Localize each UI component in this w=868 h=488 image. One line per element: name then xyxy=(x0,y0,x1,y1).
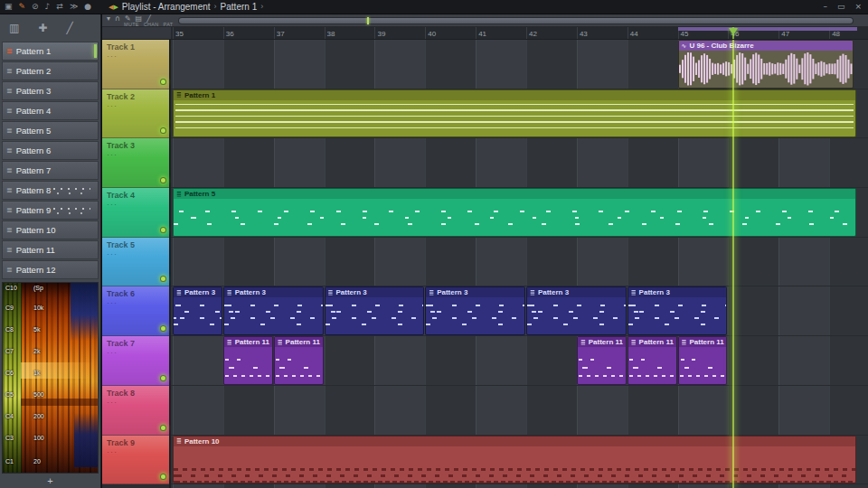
track-row[interactable] xyxy=(171,238,868,287)
clip-audio[interactable]: ∿U 96 - Club Bizarre xyxy=(678,40,854,89)
minimize-button[interactable]: – xyxy=(823,0,827,14)
clip-header[interactable]: ≣Pattern 11 xyxy=(679,337,727,347)
track-row[interactable]: ≣Pattern 1 xyxy=(171,89,868,139)
pattern-item[interactable]: ≣Pattern 12 xyxy=(2,260,99,279)
scrollbar-thumb[interactable] xyxy=(179,18,853,23)
pattern-item[interactable]: ≣Pattern 11 xyxy=(2,240,99,259)
track-row[interactable]: ≣Pattern 11≣Pattern 11≣Pattern 11≣Patter… xyxy=(171,336,868,386)
track-enable-led[interactable] xyxy=(160,375,166,381)
playlist-grid-icon[interactable]: ▥ xyxy=(9,22,19,34)
pattern-item[interactable]: ≣Pattern 8 xyxy=(2,181,99,200)
clip-header[interactable]: ≣Pattern 1 xyxy=(174,90,855,100)
close-button[interactable]: × xyxy=(854,0,862,14)
clip-pattern[interactable]: ≣Pattern 3 xyxy=(425,286,525,335)
pattern-item[interactable]: ≣Pattern 6 xyxy=(2,141,99,160)
clip-pattern[interactable]: ≣Pattern 3 xyxy=(627,286,728,335)
clip-pattern[interactable]: ≣Pattern 11 xyxy=(274,336,324,385)
menu-icon[interactable]: ▾ xyxy=(107,14,110,23)
add-button[interactable]: + xyxy=(0,474,100,487)
clip-pattern[interactable]: ≣Pattern 3 xyxy=(526,286,627,335)
track-enable-led[interactable] xyxy=(160,227,166,233)
track-row[interactable] xyxy=(171,138,868,188)
track-header[interactable]: Track 6··· xyxy=(102,286,169,336)
fast-forward-icon[interactable]: ≫ xyxy=(70,0,78,14)
track-header[interactable]: Track 4··· xyxy=(102,188,169,238)
clip-header[interactable]: ∿U 96 - Club Bizarre xyxy=(679,41,854,51)
pattern-item[interactable]: ≣Pattern 7 xyxy=(2,161,99,180)
pattern-item[interactable]: ≣Pattern 2 xyxy=(2,61,99,80)
pencil-icon[interactable]: ✎ xyxy=(19,0,26,14)
track-header[interactable]: Track 9··· xyxy=(102,436,169,485)
track-options-dots[interactable]: ··· xyxy=(107,447,118,456)
track-row[interactable]: ≣Pattern 5 xyxy=(171,188,868,238)
slide-tool-icon[interactable]: ╱ xyxy=(66,22,72,34)
no-entry-icon[interactable]: ⊘ xyxy=(32,0,39,14)
track-options-dots[interactable]: ··· xyxy=(107,348,118,357)
track-row[interactable]: ∿U 96 - Club Bizarre xyxy=(171,40,868,89)
clip-header[interactable]: ≣Pattern 11 xyxy=(224,337,272,347)
clip-header[interactable]: ≣Pattern 10 xyxy=(174,436,855,446)
track-row[interactable]: ≣Pattern 3≣Pattern 3≣Pattern 3≣Pattern 3… xyxy=(171,286,868,336)
clip-header[interactable]: ≣Pattern 11 xyxy=(275,337,323,347)
pattern-item[interactable]: ≣Pattern 5 xyxy=(2,121,99,140)
playlist-grid[interactable]: ∿U 96 - Club Bizarre≣Pattern 1≣Pattern 5… xyxy=(171,40,868,488)
track-options-dots[interactable]: ··· xyxy=(107,298,118,307)
clip-pattern[interactable]: ≣Pattern 10 xyxy=(173,436,856,484)
track-options-dots[interactable]: ··· xyxy=(107,249,118,258)
track-enable-led[interactable] xyxy=(160,425,166,431)
app-icon[interactable]: ▣ xyxy=(5,0,13,14)
track-options-dots[interactable]: ··· xyxy=(107,200,118,209)
clip-header[interactable]: ≣Pattern 11 xyxy=(578,337,626,347)
track-enable-led[interactable] xyxy=(160,177,166,183)
track-options-dots[interactable]: ··· xyxy=(107,150,118,159)
clip-pattern[interactable]: ≣Pattern 5 xyxy=(173,188,856,237)
maximize-button[interactable]: ▭ xyxy=(837,0,845,14)
clip-header[interactable]: ≣Pattern 3 xyxy=(628,287,727,297)
track-header[interactable]: Track 2··· xyxy=(102,89,169,139)
move-tool-icon[interactable]: ✚ xyxy=(38,22,47,34)
track-row[interactable]: ≣Pattern 10 xyxy=(171,436,868,485)
clip-header[interactable]: ≣Pattern 5 xyxy=(174,189,855,199)
track-header[interactable]: Track 5··· xyxy=(102,238,169,287)
pattern-item[interactable]: ≣Pattern 3 xyxy=(2,81,99,100)
clip-pattern[interactable]: ≣Pattern 11 xyxy=(223,336,273,385)
playhead[interactable] xyxy=(732,40,734,488)
track-enable-led[interactable] xyxy=(160,325,166,332)
track-enable-led[interactable] xyxy=(160,79,166,85)
clip-pattern[interactable]: ≣Pattern 3 xyxy=(325,286,425,335)
typing-keyboard-icon[interactable]: ♪ xyxy=(45,0,51,14)
track-options-dots[interactable]: ··· xyxy=(107,52,118,61)
clip-header[interactable]: ≣Pattern 3 xyxy=(426,287,524,297)
track-enable-led[interactable] xyxy=(160,127,166,134)
clip-header[interactable]: ≣Pattern 3 xyxy=(174,287,222,297)
clip-pattern[interactable]: ≣Pattern 11 xyxy=(577,336,627,385)
track-header[interactable]: Track 1··· xyxy=(102,40,169,89)
track-enable-led[interactable] xyxy=(160,474,166,480)
horizontal-scrollbar[interactable] xyxy=(178,17,854,24)
track-header[interactable]: Track 7··· xyxy=(102,336,169,386)
track-options-dots[interactable]: ··· xyxy=(107,398,118,407)
pattern-item[interactable]: ≣Pattern 4 xyxy=(2,101,99,120)
magnet-icon[interactable]: ∩ xyxy=(115,14,120,23)
track-header[interactable]: Track 8··· xyxy=(102,386,169,436)
clip-header[interactable]: ≣Pattern 3 xyxy=(527,287,626,297)
clip-pattern[interactable]: ≣Pattern 1 xyxy=(173,89,856,138)
clip-header[interactable]: ≣Pattern 11 xyxy=(628,337,676,347)
swap-arrows-icon[interactable]: ⇄ xyxy=(56,0,63,14)
pattern-item[interactable]: ≣Pattern 1 xyxy=(2,42,99,61)
playhead-marker[interactable] xyxy=(729,28,738,35)
record-icon[interactable]: ● xyxy=(84,0,91,14)
clip-header[interactable]: ≣Pattern 3 xyxy=(326,287,424,297)
clip-pattern[interactable]: ≣Pattern 11 xyxy=(678,336,728,385)
pattern-item[interactable]: ≣Pattern 10 xyxy=(2,221,99,239)
pattern-item[interactable]: ≣Pattern 9 xyxy=(2,201,99,220)
timeline-ruler[interactable]: 3536373839404142434445464748 xyxy=(171,27,868,40)
clip-header[interactable]: ≣Pattern 3 xyxy=(224,287,323,297)
clip-pattern[interactable]: ≣Pattern 3 xyxy=(223,286,324,335)
track-header[interactable]: Track 3··· xyxy=(102,138,169,188)
track-enable-led[interactable] xyxy=(160,276,166,282)
track-row[interactable] xyxy=(171,386,868,436)
clip-pattern[interactable]: ≣Pattern 3 xyxy=(173,286,222,335)
track-options-dots[interactable]: ··· xyxy=(107,101,118,110)
clip-pattern[interactable]: ≣Pattern 11 xyxy=(627,336,677,385)
